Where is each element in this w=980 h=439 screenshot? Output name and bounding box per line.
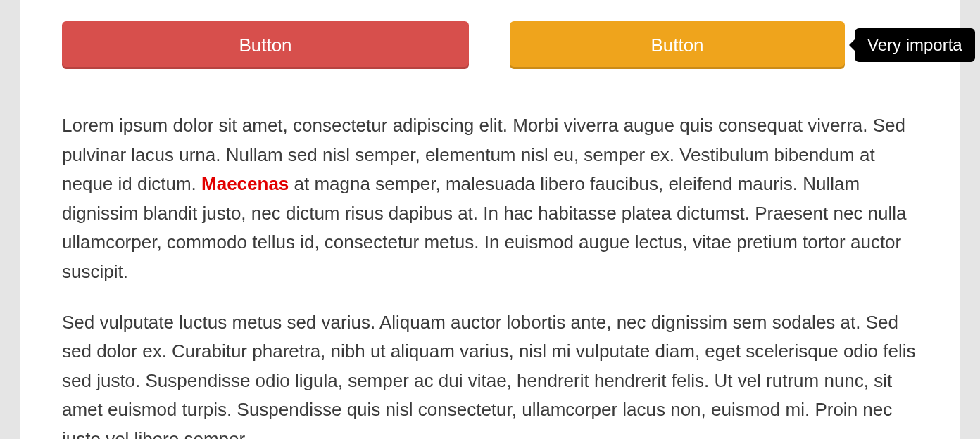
red-button[interactable]: Button [62, 21, 469, 69]
paragraph-1: Lorem ipsum dolor sit amet, consectetur … [62, 111, 918, 287]
page-container: Button Button Very importa Lorem ipsum d… [20, 0, 960, 439]
orange-button[interactable]: Button [510, 21, 845, 69]
button-row: Button Button Very importa [62, 21, 918, 69]
orange-button-wrapper: Button Very importa [510, 21, 845, 69]
highlight-word: Maecenas [201, 173, 289, 194]
tooltip: Very importa [855, 28, 975, 62]
body-text: Lorem ipsum dolor sit amet, consectetur … [62, 111, 918, 439]
paragraph-2: Sed vulputate luctus metus sed varius. A… [62, 308, 918, 439]
